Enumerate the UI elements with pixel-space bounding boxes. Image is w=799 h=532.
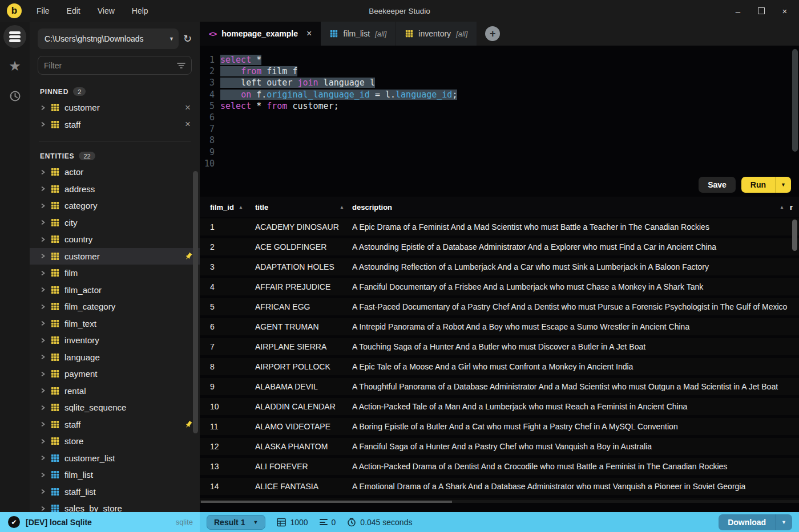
table-row[interactable]: 2 ACE GOLDFINGER A Astounding Epistle of… xyxy=(200,238,799,255)
table-row[interactable]: 4 AFFAIR PREJUDICE A Fanciful Documentar… xyxy=(200,278,799,295)
chevron-right-icon[interactable] xyxy=(40,421,46,428)
refresh-icon[interactable]: ↻ xyxy=(183,34,192,44)
cell-description[interactable]: A Thoughtful Panorama of a Database Admi… xyxy=(352,382,799,391)
table-row[interactable]: 14 ALICE FANTASIA A Emotional Drama of a… xyxy=(200,478,799,495)
cell-film-id[interactable]: 2 xyxy=(200,242,255,251)
chevron-right-icon[interactable] xyxy=(40,354,46,360)
table-row[interactable]: 3 ADAPTATION HOLES A Astounding Reflecti… xyxy=(200,258,799,275)
cell-title[interactable]: ALABAMA DEVIL xyxy=(255,382,352,391)
entity-item-film_actor[interactable]: film_actor xyxy=(30,282,200,299)
chevron-right-icon[interactable] xyxy=(40,169,46,176)
entity-item-customer_list[interactable]: customer_list xyxy=(30,450,200,467)
code-line-5[interactable]: 5 select * from customer; xyxy=(200,100,457,112)
cell-film-id[interactable]: 5 xyxy=(200,302,255,311)
cell-film-id[interactable]: 10 xyxy=(200,402,255,411)
pinned-item-customer[interactable]: customer × xyxy=(30,99,200,116)
cell-film-id[interactable]: 12 xyxy=(200,442,255,451)
new-tab-button[interactable]: + xyxy=(485,26,500,41)
rail-favorites[interactable]: ★ xyxy=(0,51,30,81)
code-line-1[interactable]: 1 select * xyxy=(200,54,457,66)
download-button[interactable]: Download xyxy=(719,514,775,530)
chevron-right-icon[interactable] xyxy=(40,371,46,377)
table-row[interactable]: 9 ALABAMA DEVIL A Thoughtful Panorama of… xyxy=(200,378,799,395)
menu-help[interactable]: Help xyxy=(132,6,148,15)
cell-film-id[interactable]: 9 xyxy=(200,382,255,391)
menu-edit[interactable]: Edit xyxy=(67,6,80,15)
cell-description[interactable]: A Emotional Drama of a A Shark And a Dat… xyxy=(352,482,799,491)
connection-select[interactable]: C:\Users\ghstng\Downloads ▼ xyxy=(38,29,179,49)
table-row[interactable]: 7 AIRPLANE SIERRA A Touching Saga of a H… xyxy=(200,338,799,355)
save-button[interactable]: Save xyxy=(699,177,736,193)
tab-inventory[interactable]: inventory [all] xyxy=(396,22,477,46)
entity-item-language[interactable]: language xyxy=(30,349,200,366)
cell-film-id[interactable]: 3 xyxy=(200,262,255,271)
minimize-icon[interactable]: – xyxy=(733,6,743,16)
cell-film-id[interactable]: 11 xyxy=(200,422,255,431)
cell-description[interactable]: A Boring Epistle of a Butler And a Cat w… xyxy=(352,422,799,431)
table-row[interactable]: 6 AGENT TRUMAN A Intrepid Panorama of a … xyxy=(200,318,799,335)
editor-scrollbar[interactable] xyxy=(792,49,798,152)
horizontal-scroll-thumb[interactable] xyxy=(201,501,452,503)
tab-homepage_example[interactable]: <>homepage_example × xyxy=(200,22,321,46)
entity-item-inventory[interactable]: inventory xyxy=(30,332,200,349)
entity-item-film_list[interactable]: film_list xyxy=(30,466,200,484)
entity-item-rental[interactable]: rental xyxy=(30,383,200,400)
code-line-10[interactable]: 10 xyxy=(200,158,457,169)
cell-title[interactable]: AIRPLANE SIERRA xyxy=(255,342,352,351)
filter-icon[interactable] xyxy=(177,62,185,69)
menu-file[interactable]: File xyxy=(37,6,50,15)
chevron-right-icon[interactable] xyxy=(40,303,46,310)
chevron-right-icon[interactable] xyxy=(40,185,46,192)
entity-item-payment[interactable]: payment xyxy=(30,366,200,383)
chevron-right-icon[interactable] xyxy=(40,219,46,226)
cell-film-id[interactable]: 4 xyxy=(200,282,255,291)
pinned-item-staff[interactable]: staff × xyxy=(30,116,200,133)
cell-title[interactable]: ALASKA PHANTOM xyxy=(255,442,352,451)
cell-title[interactable]: AFFAIR PREJUDICE xyxy=(255,282,352,291)
code-line-8[interactable]: 8 xyxy=(200,135,457,146)
cell-description[interactable]: A Astounding Epistle of a Database Admin… xyxy=(352,242,799,251)
close-icon[interactable]: × xyxy=(780,6,790,16)
code-line-9[interactable]: 9 xyxy=(200,147,457,158)
column-header-film-id[interactable]: film_id ▲ xyxy=(200,203,255,212)
cell-title[interactable]: ACADEMY DINOSAUR xyxy=(255,222,352,232)
entity-item-address[interactable]: address xyxy=(30,181,200,198)
sort-asc-icon[interactable]: ▲ xyxy=(239,205,243,210)
chevron-right-icon[interactable] xyxy=(40,454,46,461)
cell-title[interactable]: AFRICAN EGG xyxy=(255,302,352,311)
entity-item-category[interactable]: category xyxy=(30,197,200,214)
code-line-3[interactable]: 3 left outer join language l xyxy=(200,77,457,88)
entity-item-film_category[interactable]: film_category xyxy=(30,298,200,315)
chevron-right-icon[interactable] xyxy=(40,438,46,445)
cell-title[interactable]: ACE GOLDFINGER xyxy=(255,242,352,251)
download-options-caret[interactable]: ▼ xyxy=(775,514,792,530)
column-header-title[interactable]: title ▲ xyxy=(255,203,352,212)
sql-code[interactable]: 1 select * 2 from film f 3 left outer jo… xyxy=(200,54,457,169)
chevron-right-icon[interactable] xyxy=(40,505,46,512)
cell-description[interactable]: A Astounding Reflection of a Lumberjack … xyxy=(352,262,799,271)
run-options-caret[interactable]: ▼ xyxy=(775,177,791,193)
filter-input[interactable] xyxy=(44,61,172,70)
chevron-right-icon[interactable] xyxy=(40,104,46,111)
rail-connections[interactable] xyxy=(0,22,30,51)
run-button[interactable]: Run xyxy=(741,177,775,193)
entity-item-actor[interactable]: actor xyxy=(30,164,200,181)
entity-item-sqlite_sequence[interactable]: sqlite_sequence xyxy=(30,399,200,416)
column-header-next-truncated[interactable]: r xyxy=(790,203,799,212)
unpin-close-icon[interactable]: × xyxy=(183,119,193,130)
cell-film-id[interactable]: 8 xyxy=(200,362,255,371)
code-line-2[interactable]: 2 from film f xyxy=(200,66,457,77)
sort-asc-icon[interactable]: ▲ xyxy=(780,205,784,210)
cell-title[interactable]: AGENT TRUMAN xyxy=(255,322,352,331)
entity-item-store[interactable]: store xyxy=(30,433,200,450)
cell-film-id[interactable]: 7 xyxy=(200,342,255,351)
entity-item-film[interactable]: film xyxy=(30,265,200,282)
cell-title[interactable]: ALICE FANTASIA xyxy=(255,482,352,491)
sidebar-scrollbar[interactable] xyxy=(193,171,198,433)
chevron-right-icon[interactable] xyxy=(40,286,46,293)
cell-description[interactable]: A Fanciful Saga of a Hunter And a Pastry… xyxy=(352,442,799,451)
chevron-right-icon[interactable] xyxy=(40,337,46,344)
table-row[interactable]: 5 AFRICAN EGG A Fast-Paced Documentary o… xyxy=(200,298,799,315)
chevron-right-icon[interactable] xyxy=(40,320,46,327)
column-header-description[interactable]: description ▲ xyxy=(352,203,790,212)
